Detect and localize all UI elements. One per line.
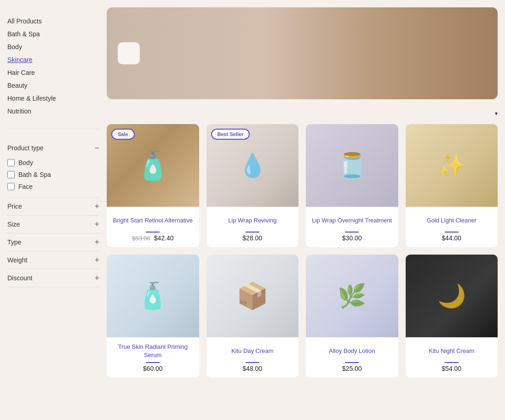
product-info: Gold Light Cleaner$44.00 [406, 207, 498, 247]
filter-section-label: Product type [7, 144, 44, 152]
product-card[interactable]: Alloy Body Lotion$25.00 [306, 255, 398, 378]
filter-option-label: Body [18, 159, 33, 166]
price-current: $48.00 [242, 365, 262, 372]
product-name: Lip Wrap Reviving [212, 212, 293, 229]
filter-checkbox[interactable] [7, 183, 15, 190]
filter-by-label [7, 129, 99, 135]
price-underline [445, 232, 459, 233]
filter-section-header[interactable]: Weight+ [7, 256, 99, 264]
product-card[interactable]: Gold Light Cleaner$44.00 [406, 124, 498, 247]
filter-option[interactable]: Face [7, 181, 99, 193]
category-nav: All ProductsBath & SpaBodySkincareHair C… [7, 15, 99, 118]
product-image [406, 255, 498, 337]
product-name: True Skin Radiant Priming Serum [112, 343, 194, 359]
product-name: Alloy Body Lotion [311, 343, 393, 359]
price-current: $28.00 [242, 234, 262, 242]
sidebar-nav-item[interactable]: All Products [7, 15, 99, 28]
sort-control[interactable]: ▾ [489, 110, 498, 117]
page-wrapper: All ProductsBath & SpaBodySkincareHair C… [0, 0, 505, 420]
sidebar-nav-item[interactable]: Home & Lifestyle [7, 92, 99, 105]
sidebar-nav-item[interactable]: Skincare [7, 53, 99, 66]
product-image [107, 255, 199, 337]
product-card[interactable]: True Skin Radiant Priming Serum$60.00 [107, 255, 199, 378]
product-card[interactable]: Best SellerLip Wrap Reviving$28.00 [207, 124, 299, 247]
filter-section-header[interactable]: Price+ [7, 202, 99, 210]
filter-section: Product type−BodyBath & SpaFace [7, 139, 99, 198]
product-card[interactable]: SaleBright Start Retinol Alternative$53.… [107, 124, 199, 247]
product-price-row: $54.00 [411, 365, 493, 372]
product-card[interactable]: Lip Wrap Overnight Treatment$30.00 [306, 124, 398, 247]
sidebar-nav-item[interactable]: Bath & Spa [7, 28, 99, 40]
product-image [306, 255, 398, 337]
price-underline [246, 362, 259, 363]
sidebar-nav-item[interactable]: Nutrition [7, 105, 99, 118]
product-name: Bright Start Retinol Alternative [112, 212, 194, 229]
product-name: Lip Wrap Overnight Treatment [311, 212, 393, 229]
sidebar-nav-item[interactable]: Hair Care [7, 66, 99, 79]
product-image: Sale [107, 124, 199, 207]
price-underline [445, 362, 459, 363]
hero-overlay [118, 42, 140, 64]
sidebar: All ProductsBath & SpaBodySkincareHair C… [7, 7, 99, 413]
filter-section: Price+ [7, 198, 99, 216]
product-image: Best Seller [207, 124, 299, 207]
product-info: True Skin Radiant Priming Serum$60.00 [107, 337, 199, 378]
plus-icon: + [94, 220, 99, 228]
filter-section-label: Size [7, 221, 20, 228]
product-card[interactable]: Kitu Day Cream$48.00 [207, 255, 299, 378]
filter-checkbox[interactable] [7, 159, 15, 166]
filter-section-label: Discount [7, 274, 32, 282]
product-image [306, 124, 398, 207]
main-content: ▾ SaleBright Start Retinol Alternative$5… [107, 7, 498, 413]
plus-icon: + [94, 238, 99, 246]
plus-icon: + [94, 202, 99, 210]
product-card[interactable]: Kitu Night Cream$54.00 [406, 255, 498, 378]
product-badge: Sale [111, 129, 135, 140]
filter-option[interactable]: Body [7, 157, 99, 169]
product-info: Kitu Night Cream$54.00 [406, 337, 498, 378]
product-badge: Best Seller [211, 129, 250, 140]
filter-section-header[interactable]: Product type− [7, 144, 99, 152]
filter-section-header[interactable]: Type+ [7, 238, 99, 246]
filter-checkbox[interactable] [7, 171, 15, 178]
product-price-row: $60.00 [112, 365, 194, 372]
product-info: Alloy Body Lotion$25.00 [306, 337, 398, 378]
product-info: Lip Wrap Reviving$28.00 [207, 207, 299, 247]
product-price-row: $25.00 [311, 365, 393, 372]
price-underline [345, 362, 359, 363]
price-underline [146, 232, 160, 233]
product-info: Lip Wrap Overnight Treatment$30.00 [306, 207, 398, 247]
product-price-row: $28.00 [212, 234, 293, 242]
product-name: Gold Light Cleaner [411, 212, 493, 229]
filter-sections: Product type−BodyBath & SpaFacePrice+Siz… [7, 139, 99, 287]
filter-section: Discount+ [7, 269, 99, 287]
product-name: Kitu Night Cream [411, 343, 493, 359]
price-underline [345, 232, 359, 233]
chevron-down-icon: ▾ [495, 110, 498, 117]
filter-section-label: Type [7, 238, 21, 246]
price-underline [146, 362, 160, 363]
product-price-row: $44.00 [411, 234, 493, 242]
filter-section-header[interactable]: Discount+ [7, 274, 99, 282]
filter-option-label: Bath & Spa [18, 171, 51, 178]
product-price-row: $30.00 [311, 234, 393, 242]
product-info: Bright Start Retinol Alternative$53.00$4… [107, 207, 199, 247]
product-name: Kitu Day Cream [212, 343, 293, 359]
price-underline [246, 232, 259, 233]
price-current: $42.40 [154, 234, 174, 242]
filter-section: Size+ [7, 216, 99, 233]
product-image [207, 255, 299, 337]
filter-option[interactable]: Bath & Spa [7, 169, 99, 181]
product-image [406, 124, 498, 207]
filter-section-label: Price [7, 203, 22, 210]
price-current: $54.00 [442, 365, 461, 372]
price-current: $44.00 [442, 234, 461, 242]
sidebar-nav-item[interactable]: Body [7, 40, 99, 53]
minus-icon: − [94, 144, 99, 152]
hero-banner [107, 7, 498, 99]
filter-section: Weight+ [7, 251, 99, 269]
price-original: $53.00 [132, 235, 150, 242]
browse-by-label [7, 7, 99, 9]
filter-section-header[interactable]: Size+ [7, 220, 99, 228]
sidebar-nav-item[interactable]: Beauty [7, 79, 99, 92]
